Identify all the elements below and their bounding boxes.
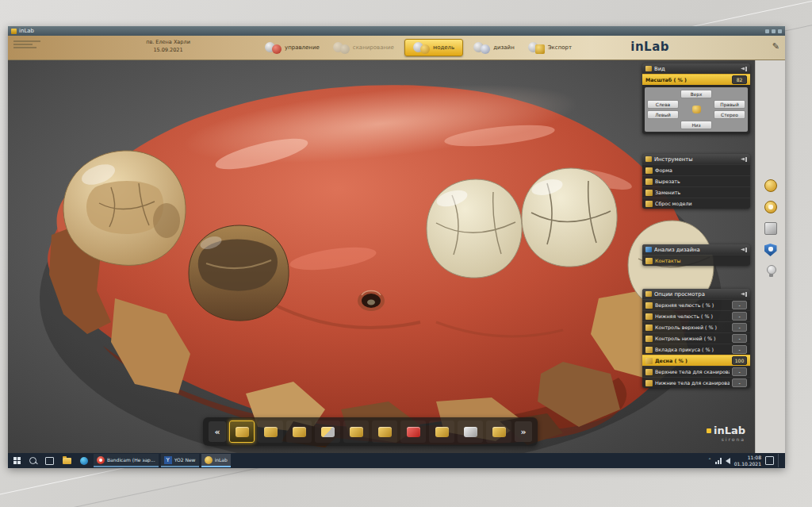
close-icon[interactable] xyxy=(778,29,782,33)
option-lower-scanbodies[interactable]: Нижние тела для сканирования ( % ) - xyxy=(642,377,750,388)
protection-shield-icon[interactable] xyxy=(764,244,777,256)
reset-tool[interactable] xyxy=(400,421,426,443)
network-icon[interactable] xyxy=(715,458,722,464)
search-icon xyxy=(29,457,36,464)
edge-button[interactable] xyxy=(77,454,91,467)
action-center-icon[interactable] xyxy=(765,456,774,465)
search-button[interactable] xyxy=(26,454,40,467)
pin-icon[interactable] xyxy=(741,291,747,298)
folder-icon xyxy=(63,458,71,464)
clock[interactable]: 11:08 01.10.2021 xyxy=(734,455,761,467)
window-titlebar[interactable]: inLab xyxy=(8,26,785,36)
option-value[interactable]: - xyxy=(732,301,747,309)
tray-date: 01.10.2021 xyxy=(734,461,761,467)
option-label: Десна ( % ) xyxy=(655,358,730,363)
view-left2-button[interactable]: Левый xyxy=(647,110,679,119)
tool-cut[interactable]: Вырезать xyxy=(642,175,750,186)
tool-reset-model[interactable]: Сброс модели xyxy=(642,198,750,209)
scale-row[interactable]: Масштаб ( % ) 82 xyxy=(642,74,750,85)
maximize-icon[interactable] xyxy=(772,29,776,33)
tools-icon xyxy=(645,156,652,162)
show-desktop-button[interactable] xyxy=(778,454,781,467)
bite-registration-icon xyxy=(645,347,653,353)
segmentation-icon xyxy=(350,427,363,437)
taskbar-yo2[interactable]: Y YO2 New xyxy=(161,454,199,467)
tool-label: Форма xyxy=(655,167,747,173)
view-panel-header[interactable]: Вид xyxy=(642,63,750,74)
menu-lines-icon[interactable] xyxy=(13,40,40,50)
tray-expand-icon[interactable]: ˄ xyxy=(708,458,711,464)
model-tool-active[interactable] xyxy=(229,421,255,443)
pin-icon[interactable] xyxy=(741,66,747,72)
start-button[interactable] xyxy=(10,454,24,467)
pin-icon[interactable] xyxy=(741,247,747,253)
polish-tool[interactable] xyxy=(458,421,483,443)
pen-tool-icon[interactable]: ✎ xyxy=(772,41,779,52)
model-axis-tool[interactable] xyxy=(315,421,340,443)
step-administration[interactable]: управление xyxy=(262,40,323,56)
view-left-button[interactable]: Слева xyxy=(647,100,679,109)
windows-taskbar: Bandicam (Не зар... Y YO2 New inLab ˄ 11… xyxy=(8,453,785,468)
articulation-tool[interactable] xyxy=(486,421,511,443)
option-value[interactable]: 100 xyxy=(732,356,747,365)
option-gingiva[interactable]: Десна ( % ) 100 xyxy=(642,355,750,366)
option-value[interactable]: - xyxy=(732,345,747,354)
3d-viewport[interactable]: Вид Масштаб ( % ) 82 Верх Слева Правый Л… xyxy=(8,60,755,453)
taskbar-bandicam[interactable]: Bandicam (Не зар... xyxy=(94,454,159,467)
tools-panel-header[interactable]: Инструменты xyxy=(642,154,750,164)
scroll-right-button[interactable]: » xyxy=(515,421,532,442)
option-lower-jaw[interactable]: Нижняя челюсть ( % ) - xyxy=(642,310,750,321)
segmentation-tool[interactable] xyxy=(343,421,369,443)
scale-value[interactable]: 82 xyxy=(732,75,747,84)
option-bite-registration[interactable]: Вкладка прикуса ( % ) - xyxy=(642,344,750,355)
contacts-row[interactable]: Контакты xyxy=(642,255,750,266)
margin-line-tool[interactable] xyxy=(372,421,397,443)
options-panel-header[interactable]: Опции просмотра xyxy=(642,289,750,299)
step-export[interactable]: Экспорт xyxy=(525,40,575,56)
jaw-registration-tool[interactable] xyxy=(258,421,283,443)
pin-icon[interactable] xyxy=(741,156,747,163)
lower-control-icon xyxy=(645,336,653,342)
step-scan[interactable]: сканирование xyxy=(330,40,397,56)
option-upper-jaw[interactable]: Верхняя челюсть ( % ) - xyxy=(642,299,750,310)
tool-form[interactable]: Форма xyxy=(642,164,750,175)
bottom-toolbar: « » xyxy=(203,417,538,446)
step-design[interactable]: дизайн xyxy=(470,40,518,56)
option-label: Нижние тела для сканирования ( % ) xyxy=(655,380,730,386)
wax-up-icon xyxy=(435,427,449,437)
minimize-icon[interactable] xyxy=(765,29,769,33)
file-explorer-button[interactable] xyxy=(59,454,75,467)
base-line-tool[interactable] xyxy=(286,421,312,443)
option-value[interactable]: - xyxy=(732,334,747,343)
view-bottom-button[interactable]: Низ xyxy=(680,121,712,129)
option-value[interactable]: - xyxy=(732,312,747,321)
hint-lamp-icon[interactable] xyxy=(764,265,777,278)
analysis-icon xyxy=(645,247,652,252)
view-right-button[interactable]: Правый xyxy=(714,100,745,109)
option-value[interactable]: - xyxy=(732,378,747,387)
option-value[interactable]: - xyxy=(732,367,747,376)
option-upper-scanbodies[interactable]: Верхние тела для сканирования ( % ) - xyxy=(642,366,750,377)
option-upper-control[interactable]: Контроль верхней ( % ) - xyxy=(642,321,750,332)
volume-icon[interactable] xyxy=(726,458,730,464)
option-value[interactable]: - xyxy=(732,323,747,332)
gold-tooth-icon[interactable] xyxy=(764,201,777,213)
view-icon xyxy=(645,66,652,71)
model-archive-icon[interactable] xyxy=(764,222,777,235)
view-stereo-button[interactable]: Стерео xyxy=(714,110,745,119)
analysis-panel-header[interactable]: Анализ дизайна xyxy=(642,244,750,255)
scroll-left-button[interactable]: « xyxy=(209,421,226,442)
content-area: Вид Масштаб ( % ) 82 Верх Слева Правый Л… xyxy=(8,60,785,453)
patient-info: пв. Елена Харли 15.09.2021 xyxy=(127,39,209,55)
task-view-button[interactable] xyxy=(42,454,57,467)
wax-up-tool[interactable] xyxy=(429,421,454,443)
taskbar-inlab[interactable]: inLab xyxy=(201,454,231,467)
option-lower-control[interactable]: Контроль нижней ( % ) - xyxy=(642,332,750,344)
step-model[interactable]: модель xyxy=(404,39,463,56)
case-coin-icon[interactable] xyxy=(764,179,777,192)
contacts-icon xyxy=(645,258,653,264)
model-icon xyxy=(413,40,431,55)
window-controls[interactable] xyxy=(765,29,782,33)
view-top-button[interactable]: Верх xyxy=(680,90,712,98)
tool-replace[interactable]: Заменить xyxy=(642,186,750,198)
